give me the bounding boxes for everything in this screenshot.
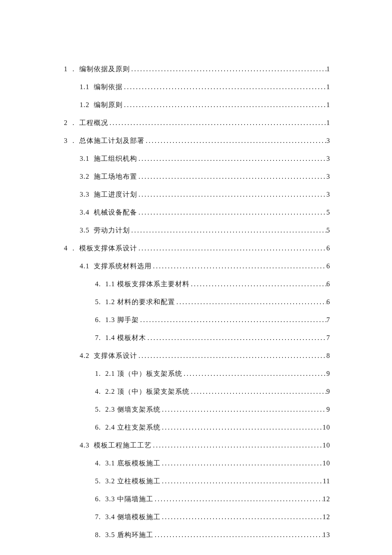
toc-leader-dots xyxy=(161,422,323,433)
toc-entry: 4.2 支撑体系设计8 xyxy=(64,351,330,361)
toc-entry: 3.3 施工进度计划3 xyxy=(64,189,330,200)
toc-entry-title: 2.2 顶（中）板梁支架系统 xyxy=(105,386,190,397)
toc-entry-number: 5. xyxy=(95,476,101,486)
toc-entry-number: 4 xyxy=(64,243,68,253)
toc-entry-number: 4.1 xyxy=(80,261,89,271)
toc-entry-page: 12 xyxy=(323,512,330,522)
toc-entry: 4．模板支撑体系设计6 xyxy=(64,243,330,253)
toc-entry: 2．工程概况1 xyxy=(64,118,330,128)
toc-entry: 6. 3.3 中隔墙施工12 xyxy=(64,494,330,504)
toc-entry: 7. 3.4 侧墙模板施工12 xyxy=(64,512,330,522)
toc-entry-separator: ． xyxy=(68,118,79,128)
toc-entry: 1．编制依据及原则1 xyxy=(64,64,330,74)
toc-entry: 4. 3.1 底板模板施工10 xyxy=(64,458,330,468)
toc-entry-number: 4. xyxy=(95,386,101,397)
toc-entry-page: 1 xyxy=(326,100,330,110)
toc-leader-dots xyxy=(161,476,323,486)
toc-entry: 5. 3.2 立柱模板施工11 xyxy=(64,476,330,486)
toc-entry-page: 6 xyxy=(326,243,330,253)
toc-leader-dots xyxy=(175,297,326,307)
toc-entry-page: 3 xyxy=(326,189,330,200)
toc-entry: 8. 3.5 盾构环施工13 xyxy=(64,530,330,540)
toc-entry-title: 2.4 立柱支架系统 xyxy=(105,422,161,433)
toc-entry-title: 3.5 盾构环施工 xyxy=(105,530,153,540)
toc-leader-dots xyxy=(190,279,326,289)
toc-entry-number: 6. xyxy=(95,494,101,504)
toc-entry-separator: ． xyxy=(68,64,79,74)
toc-entry-number: 1. xyxy=(95,369,101,379)
toc-entry-number: 8. xyxy=(95,530,101,540)
toc-entry-title: 1.3 脚手架 xyxy=(105,315,139,325)
toc-entry: 1.2编制原则1 xyxy=(64,100,330,110)
toc-leader-dots xyxy=(153,494,323,504)
toc-entry-number: 3.5 xyxy=(80,225,89,235)
toc-entry-number: 3.1 xyxy=(80,154,89,164)
toc-entry-title: 支撑体系设计 xyxy=(94,351,137,361)
toc-entry-title: 施工组织机构 xyxy=(94,154,137,164)
toc-entry-number: 5. xyxy=(95,297,101,307)
toc-entry-separator: ． xyxy=(68,243,79,253)
toc-leader-dots xyxy=(139,315,326,325)
toc-entry-number: 3.2 xyxy=(80,171,89,182)
toc-entry-number: 4.3 xyxy=(80,440,89,450)
toc-leader-dots xyxy=(137,243,326,253)
toc-entry-number: 6. xyxy=(95,315,101,325)
toc-entry-page: 9 xyxy=(326,369,330,379)
toc-entry: 6. 1.3 脚手架7 xyxy=(64,315,330,325)
toc-entry-title: 总体施工计划及部署 xyxy=(79,136,144,146)
toc-leader-dots xyxy=(137,154,326,164)
toc-entry: 3.2 施工场地布置3 xyxy=(64,171,330,182)
toc-entry-title: 1.1 模板支撑体系主要材料 xyxy=(105,279,190,289)
toc-entry-page: 7 xyxy=(326,333,330,343)
toc-entry: 6. 2.4 立柱支架系统10 xyxy=(64,422,330,433)
toc-leader-dots xyxy=(146,333,326,343)
toc-entry: 7. 1.4 模板材木7 xyxy=(64,333,330,343)
toc-entry-title: 1.2 材料的要求和配置 xyxy=(105,297,175,307)
toc-entry-page: 10 xyxy=(323,458,330,468)
toc-leader-dots xyxy=(144,136,326,146)
toc-entry-page: 9 xyxy=(326,386,330,397)
toc-entry-separator: ． xyxy=(68,136,79,146)
toc-entry: 3．总体施工计划及部署3 xyxy=(64,136,330,146)
toc-entry: 1.1编制依据1 xyxy=(64,82,330,92)
toc-entry-page: 11 xyxy=(323,476,330,486)
toc-leader-dots xyxy=(161,404,326,415)
toc-entry-page: 12 xyxy=(323,494,330,504)
toc-entry-number: 2 xyxy=(64,118,68,128)
toc-entry-title: 模板工程施工工艺 xyxy=(94,440,152,450)
toc-leader-dots xyxy=(123,82,326,92)
toc-leader-dots xyxy=(137,171,326,182)
toc-leader-dots xyxy=(130,64,326,74)
toc-entry: 4.3 模板工程施工工艺10 xyxy=(64,440,330,450)
toc-entry-number: 4.2 xyxy=(80,351,89,361)
toc-entry-number: 3.4 xyxy=(80,207,89,218)
toc-entry-number: 5. xyxy=(95,404,101,415)
toc-entry-number: 7. xyxy=(95,512,101,522)
toc-leader-dots xyxy=(152,261,326,271)
toc-leader-dots xyxy=(153,530,323,540)
toc-entry-title: 1.4 模板材木 xyxy=(105,333,146,343)
toc-leader-dots xyxy=(108,118,326,128)
toc-entry-title: 3.4 侧墙模板施工 xyxy=(105,512,161,522)
toc-entry-title: 3.2 立柱模板施工 xyxy=(105,476,161,486)
table-of-contents: 1．编制依据及原则11.1编制依据11.2编制原则12．工程概况13．总体施工计… xyxy=(64,64,330,540)
toc-entry: 4.1 支撑系统材料选用6 xyxy=(64,261,330,271)
toc-entry-page: 1 xyxy=(326,64,330,74)
toc-leader-dots xyxy=(137,207,326,218)
toc-entry-page: 10 xyxy=(323,440,330,450)
toc-entry-number: 1.1 xyxy=(80,82,89,92)
toc-entry-page: 9 xyxy=(326,404,330,415)
toc-entry-number: 3.3 xyxy=(80,189,89,200)
toc-entry: 4. 1.1 模板支撑体系主要材料6 xyxy=(64,279,330,289)
toc-entry-title: 3.3 中隔墙施工 xyxy=(105,494,153,504)
toc-entry-number: 1.2 xyxy=(80,100,89,110)
toc-entry: 4. 2.2 顶（中）板梁支架系统9 xyxy=(64,386,330,397)
toc-entry: 5. 1.2 材料的要求和配置6 xyxy=(64,297,330,307)
toc-entry-number: 7. xyxy=(95,333,101,343)
toc-entry-number: 6. xyxy=(95,422,101,433)
toc-entry-title: 支撑系统材料选用 xyxy=(94,261,152,271)
toc-entry-title: 工程概况 xyxy=(79,118,108,128)
toc-entry: 1. 2.1 顶（中）板支架系统9 xyxy=(64,369,330,379)
toc-entry: 3.1 施工组织机构3 xyxy=(64,154,330,164)
toc-leader-dots xyxy=(152,440,323,450)
